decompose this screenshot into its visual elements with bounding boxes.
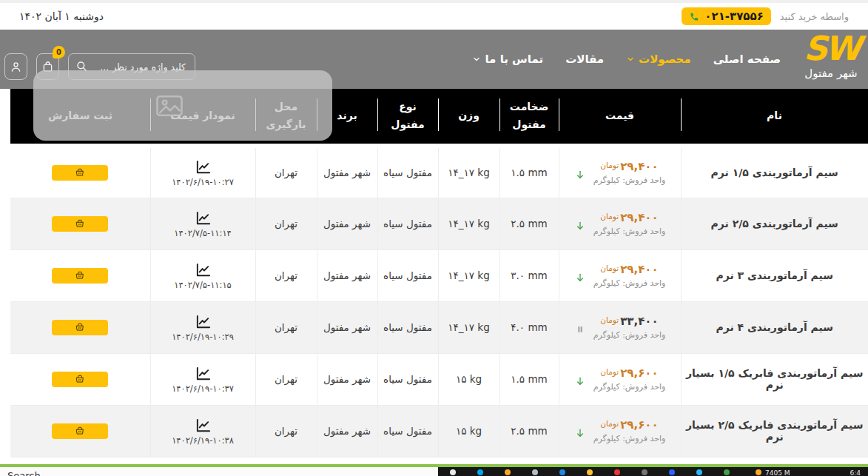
- nav-item-products[interactable]: محصولات: [626, 53, 691, 66]
- brand-cell: شهر مفتول: [317, 249, 377, 301]
- header-order: ثبت سفارش: [10, 89, 150, 146]
- app-icon-store[interactable]: [532, 469, 538, 475]
- table-row: سیم آرماتوربندی ۱/۵ نرم ۲۹,۴۰۰ تومان واح…: [10, 146, 868, 198]
- brand-cell: شهر مفتول: [317, 198, 377, 249]
- app-icon-illustrator[interactable]: [587, 469, 593, 475]
- line-chart-icon: [193, 417, 213, 434]
- product-name-link[interactable]: سیم آرماتوربندی ۴ نرم: [716, 321, 833, 333]
- topbar-contact-group: واسطه خرید کنید ۰۲۱-۳۷۵۵۶: [682, 7, 849, 25]
- price-unchanged-icon: [574, 324, 586, 335]
- user-account-button[interactable]: [4, 53, 27, 80]
- chevron-down-icon: [472, 55, 481, 64]
- order-button[interactable]: [52, 320, 108, 335]
- weight-cell: ۱۵ kg: [438, 353, 499, 405]
- unit-label: واحد فروش: کیلوگرم: [593, 278, 666, 288]
- topbar: واسطه خرید کنید ۰۲۱-۳۷۵۵۶ دوشنبه ۱ آبان …: [0, 3, 868, 30]
- app-icon-excel[interactable]: [724, 469, 730, 475]
- screen: واسطه خرید کنید ۰۲۱-۳۷۵۵۶ دوشنبه ۱ آبان …: [0, 0, 868, 476]
- user-icon: [9, 60, 23, 74]
- order-button[interactable]: [52, 268, 108, 284]
- status-dot-icon: [756, 469, 761, 475]
- price-down-icon: [574, 220, 586, 232]
- site-logo[interactable]: SW شهر مفتول: [782, 31, 868, 80]
- currency-label: تومان: [600, 161, 619, 170]
- product-name-link[interactable]: سیم آرماتوربندی ۳ نرم: [716, 269, 833, 281]
- price-down-icon: [574, 375, 586, 387]
- app-icon-folder[interactable]: [505, 469, 511, 475]
- type-cell: مفتول سیاه: [377, 146, 438, 198]
- price-chart-link[interactable]: ۱۴۰۲/۷/۵-۱۱:۱۴: [174, 209, 232, 238]
- header-brand: برند: [317, 89, 377, 146]
- unit-label: واحد فروش: کیلوگرم: [593, 434, 666, 443]
- price-cell: ۳۳,۴۰۰ تومان واحد فروش: کیلوگرم: [559, 301, 681, 353]
- product-name-cell: سیم آرماتوربندی ۴ نرم: [681, 301, 868, 353]
- price-cell: ۲۹,۴۰۰ تومان واحد فروش: کیلوگرم: [559, 249, 681, 301]
- app-icon-vscode[interactable]: [669, 469, 675, 475]
- weight-cell: ۱۴_۱۷ kg: [438, 301, 499, 353]
- product-name-link[interactable]: سیم آرماتوربندی فابریک ۱/۵ بسیار نرم: [686, 367, 863, 391]
- product-price-table: نام قیمت ضخامت مفتول وزن نوع مفتول برند …: [10, 89, 868, 457]
- phone-number: ۰۲۱-۳۷۵۵۶: [704, 10, 763, 23]
- app-icon-browser-blue[interactable]: [477, 469, 483, 475]
- order-cell: [10, 353, 150, 405]
- thickness-cell: ۱.۵ mm: [499, 146, 559, 198]
- chart-date: ۱۴۰۲/۶/۱۹-۱۰:۳۸: [172, 435, 234, 446]
- app-icon-telegram[interactable]: [696, 469, 702, 475]
- product-name-link[interactable]: سیم آرماتوربندی ۲/۵ نرم: [711, 218, 838, 229]
- nav-item-home[interactable]: صفحه اصلی: [713, 53, 781, 66]
- thickness-cell: ۳.۰ mm: [499, 249, 559, 301]
- order-cell: [10, 249, 150, 301]
- price-down-icon: [574, 169, 586, 181]
- taskbar-clock: 6:4: [850, 469, 861, 476]
- logo-mark: SW: [782, 31, 868, 66]
- price-chart-link[interactable]: ۱۴۰۲/۶/۱۹-۱۰:۲۷: [172, 158, 234, 187]
- app-icon-photoshop[interactable]: [559, 469, 565, 475]
- app-icon-window[interactable]: [450, 469, 456, 475]
- price-chart-link[interactable]: ۱۴۰۲/۶/۱۹-۱۰:۳۸: [172, 417, 234, 446]
- line-chart-icon: [193, 209, 213, 227]
- chart-date: ۱۴۰۲/۶/۱۹-۱۰:۲۷: [172, 177, 234, 187]
- price-value: ۲۹,۴۰۰: [620, 160, 658, 173]
- thickness-cell: ۲.۵ mm: [499, 405, 559, 457]
- app-icon-chrome[interactable]: [614, 469, 620, 475]
- unit-label: واحد فروش: کیلوگرم: [593, 330, 666, 340]
- phone-badge[interactable]: ۰۲۱-۳۷۵۵۶: [682, 7, 770, 25]
- order-button[interactable]: [52, 372, 108, 387]
- nav-item-contact[interactable]: تماس با ما: [472, 53, 543, 66]
- product-name-link[interactable]: سیم آرماتوربندی فابریک ۲/۵ بسیار نرم: [686, 419, 863, 443]
- price-chart-link[interactable]: ۱۴۰۲/۷/۵-۱۱:۱۵: [174, 261, 232, 290]
- table-row: سیم آرماتوربندی فابریک ۱/۵ بسیار نرم ۲۹,…: [10, 353, 868, 405]
- basket-icon: [75, 218, 85, 229]
- type-cell: مفتول سیاه: [377, 198, 438, 249]
- product-name-link[interactable]: سیم آرماتوربندی ۱/۵ نرم: [711, 167, 838, 178]
- price-chart-link[interactable]: ۱۴۰۲/۶/۱۹-۱۰:۲۹: [172, 313, 234, 342]
- chart-date: ۱۴۰۲/۷/۵-۱۱:۱۵: [174, 280, 232, 290]
- currency-label: تومان: [600, 419, 619, 428]
- currency-label: تومان: [600, 315, 619, 324]
- nav-item-articles[interactable]: مقالات: [565, 53, 604, 66]
- basket-icon: [75, 167, 85, 178]
- order-cell: [10, 198, 150, 249]
- order-button[interactable]: [52, 165, 108, 181]
- shopping-bag-icon: [41, 60, 55, 74]
- brand-cell: شهر مفتول: [317, 405, 377, 457]
- chart-cell: ۱۴۰۲/۶/۱۹-۱۰:۳۷: [150, 353, 255, 405]
- chart-cell: ۱۴۰۲/۶/۱۹-۱۰:۲۷: [150, 146, 255, 198]
- basket-icon: [75, 322, 85, 332]
- product-name-cell: سیم آرماتوربندی ۲/۵ نرم: [681, 198, 868, 249]
- price-chart-link[interactable]: ۱۴۰۲/۶/۱۹-۱۰:۳۷: [172, 365, 234, 394]
- weight-cell: ۱۴_۱۷ kg: [438, 198, 499, 249]
- currency-label: تومان: [600, 264, 619, 272]
- search-input[interactable]: [68, 53, 195, 80]
- taskbar-search[interactable]: Search: [0, 467, 438, 476]
- price-down-icon: [574, 272, 586, 284]
- line-chart-icon: [193, 313, 213, 330]
- price-value: ۲۹,۴۰۰: [620, 263, 658, 276]
- cart-button[interactable]: 0: [36, 53, 59, 80]
- taskbar-status: 7405 M: [756, 469, 790, 476]
- date-text: دوشنبه ۱ آبان ۱۴۰۲: [19, 10, 104, 22]
- app-icon-gray[interactable]: [642, 469, 647, 475]
- order-button[interactable]: [52, 216, 108, 232]
- order-button[interactable]: [52, 423, 108, 439]
- line-chart-icon: [193, 158, 213, 175]
